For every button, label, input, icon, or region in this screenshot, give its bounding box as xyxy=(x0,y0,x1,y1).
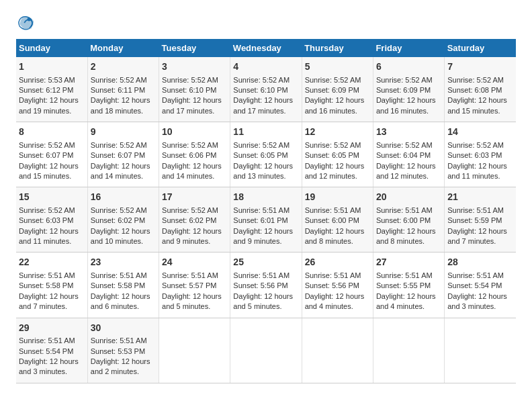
calendar-cell: 5Sunrise: 5:52 AMSunset: 6:09 PMDaylight… xyxy=(302,57,373,122)
calendar-cell: 10Sunrise: 5:52 AMSunset: 6:06 PMDayligh… xyxy=(159,122,230,187)
day-info: Sunset: 6:09 PM xyxy=(305,85,370,95)
day-number: 14 xyxy=(447,126,513,139)
day-number: 22 xyxy=(19,256,85,269)
day-info: Sunset: 6:00 PM xyxy=(305,216,370,226)
day-info: Sunset: 6:05 PM xyxy=(305,150,370,161)
calendar-cell: 9Sunrise: 5:52 AMSunset: 6:07 PMDaylight… xyxy=(87,122,159,187)
day-number: 3 xyxy=(162,60,227,74)
calendar-cell: 28Sunrise: 5:51 AMSunset: 5:54 PMDayligh… xyxy=(445,253,516,318)
day-number: 16 xyxy=(91,191,156,204)
day-info: and 8 minutes. xyxy=(305,236,370,246)
day-info: Sunset: 6:03 PM xyxy=(447,150,513,161)
day-info: Daylight: 12 hours xyxy=(305,161,370,171)
calendar-cell: 17Sunrise: 5:52 AMSunset: 6:02 PMDayligh… xyxy=(159,187,230,253)
day-info: Sunset: 6:11 PM xyxy=(91,85,156,95)
calendar-cell: 30Sunrise: 5:51 AMSunset: 5:53 PMDayligh… xyxy=(87,318,159,383)
day-info: Daylight: 12 hours xyxy=(233,226,298,236)
day-info: Daylight: 12 hours xyxy=(233,95,298,105)
day-info: Sunrise: 5:52 AM xyxy=(162,140,227,150)
day-number: 17 xyxy=(162,191,227,204)
day-info: Daylight: 12 hours xyxy=(305,291,370,302)
col-header-saturday: Saturday xyxy=(445,39,516,57)
day-number: 8 xyxy=(19,126,85,139)
day-info: Sunset: 6:10 PM xyxy=(162,85,227,95)
day-info: Sunset: 5:54 PM xyxy=(19,347,85,357)
header xyxy=(16,13,516,32)
day-info: Daylight: 12 hours xyxy=(233,161,298,171)
day-info: Sunrise: 5:52 AM xyxy=(91,140,156,150)
day-info: Sunrise: 5:51 AM xyxy=(447,205,513,216)
day-number: 10 xyxy=(162,126,227,139)
day-info: Sunset: 6:12 PM xyxy=(19,85,85,95)
calendar-cell: 24Sunrise: 5:51 AMSunset: 5:57 PMDayligh… xyxy=(159,253,230,318)
day-info: and 12 minutes. xyxy=(376,171,441,181)
day-info: Daylight: 12 hours xyxy=(162,226,227,236)
day-info: Sunset: 6:02 PM xyxy=(91,216,156,226)
day-info: Sunrise: 5:52 AM xyxy=(91,75,156,85)
col-header-sunday: Sunday xyxy=(16,39,87,57)
day-info: and 17 minutes. xyxy=(162,106,227,116)
day-info: Sunrise: 5:52 AM xyxy=(233,140,298,150)
svg-point-3 xyxy=(28,17,31,21)
day-info: Sunrise: 5:52 AM xyxy=(162,75,227,85)
day-info: Sunset: 6:00 PM xyxy=(376,216,441,226)
day-info: Sunset: 6:08 PM xyxy=(447,85,513,95)
day-number: 11 xyxy=(233,126,298,139)
day-number: 5 xyxy=(305,60,370,74)
calendar-cell: 25Sunrise: 5:51 AMSunset: 5:56 PMDayligh… xyxy=(230,253,302,318)
day-info: Daylight: 12 hours xyxy=(376,161,441,171)
day-info: Sunrise: 5:51 AM xyxy=(19,336,85,346)
day-info: and 6 minutes. xyxy=(91,302,156,312)
day-info: and 11 minutes. xyxy=(19,236,85,246)
day-number: 4 xyxy=(233,60,298,74)
day-info: and 5 minutes. xyxy=(162,302,227,312)
day-number: 19 xyxy=(305,191,370,204)
calendar-cell: 7Sunrise: 5:52 AMSunset: 6:08 PMDaylight… xyxy=(445,57,516,122)
col-header-tuesday: Tuesday xyxy=(159,39,230,57)
day-number: 24 xyxy=(162,256,227,269)
day-number: 12 xyxy=(305,126,370,139)
day-number: 7 xyxy=(447,60,513,74)
day-info: Sunrise: 5:51 AM xyxy=(19,271,85,281)
day-info: Sunrise: 5:51 AM xyxy=(447,271,513,281)
day-number: 13 xyxy=(376,126,441,139)
calendar-cell: 18Sunrise: 5:51 AMSunset: 6:01 PMDayligh… xyxy=(230,187,302,253)
day-number: 20 xyxy=(376,191,441,204)
col-header-thursday: Thursday xyxy=(302,39,373,57)
day-info: Sunrise: 5:51 AM xyxy=(305,271,370,281)
day-info: and 9 minutes. xyxy=(233,236,298,246)
day-info: Sunrise: 5:53 AM xyxy=(19,75,85,85)
day-info: Daylight: 12 hours xyxy=(162,291,227,302)
day-info: Sunrise: 5:52 AM xyxy=(376,140,441,150)
day-info: Sunset: 5:56 PM xyxy=(233,281,298,291)
day-info: Sunrise: 5:52 AM xyxy=(447,75,513,85)
calendar-cell: 19Sunrise: 5:51 AMSunset: 6:00 PMDayligh… xyxy=(302,187,373,253)
day-number: 1 xyxy=(19,60,85,74)
day-info: and 11 minutes. xyxy=(447,171,513,181)
calendar-cell: 26Sunrise: 5:51 AMSunset: 5:56 PMDayligh… xyxy=(302,253,373,318)
day-info: Daylight: 12 hours xyxy=(19,357,85,367)
day-number: 2 xyxy=(91,60,156,74)
calendar-cell: 16Sunrise: 5:52 AMSunset: 6:02 PMDayligh… xyxy=(87,187,159,253)
day-info: Sunset: 5:56 PM xyxy=(305,281,370,291)
day-info: Sunset: 5:58 PM xyxy=(19,281,85,291)
day-info: Sunrise: 5:51 AM xyxy=(376,205,441,216)
day-info: Sunset: 6:06 PM xyxy=(162,150,227,161)
calendar-cell: 12Sunrise: 5:52 AMSunset: 6:05 PMDayligh… xyxy=(302,122,373,187)
day-info: Sunrise: 5:52 AM xyxy=(233,75,298,85)
calendar-cell: 8Sunrise: 5:52 AMSunset: 6:07 PMDaylight… xyxy=(16,122,87,187)
day-number: 30 xyxy=(91,322,156,335)
day-info: Sunset: 6:01 PM xyxy=(233,216,298,226)
day-number: 18 xyxy=(233,191,298,204)
day-info: Daylight: 12 hours xyxy=(19,161,85,171)
day-number: 9 xyxy=(91,126,156,139)
day-info: Sunset: 6:09 PM xyxy=(376,85,441,95)
day-info: Daylight: 12 hours xyxy=(376,226,441,236)
day-info: Sunset: 5:53 PM xyxy=(91,347,156,357)
day-info: Sunset: 6:03 PM xyxy=(19,216,85,226)
calendar-table: SundayMondayTuesdayWednesdayThursdayFrid… xyxy=(16,39,516,383)
day-info: Daylight: 12 hours xyxy=(447,161,513,171)
calendar-cell xyxy=(302,318,373,383)
calendar-cell: 15Sunrise: 5:52 AMSunset: 6:03 PMDayligh… xyxy=(16,187,87,253)
day-info: and 4 minutes. xyxy=(305,302,370,312)
